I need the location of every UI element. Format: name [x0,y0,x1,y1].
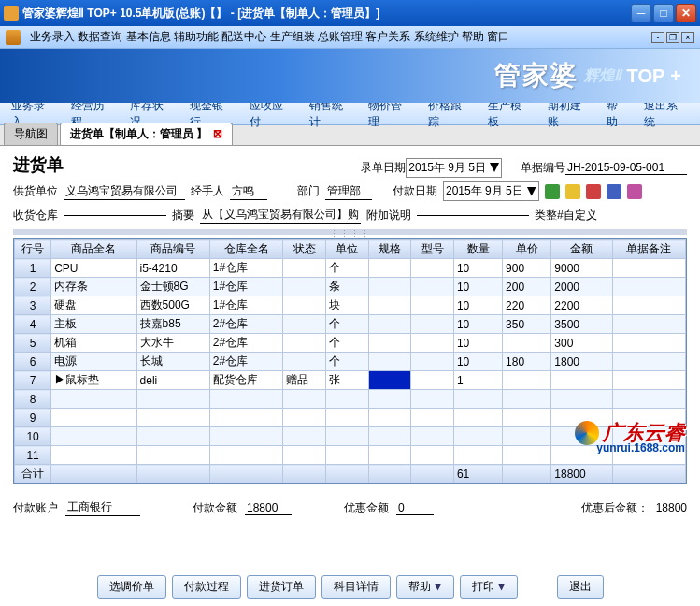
action-icon-4[interactable] [607,184,621,199]
chevron-down-icon [527,187,536,196]
menu-窗口[interactable]: 窗口 [487,30,509,43]
menu-数据查询[interactable]: 数据查询 [78,30,122,43]
summary-field[interactable]: 从【义乌鸿宝贸易有限公司】购 [200,207,361,224]
summary-label: 摘要 [172,208,194,224]
payacct-field[interactable]: 工商银行 [65,499,140,516]
discount-field[interactable]: 0 [396,501,434,515]
table-row[interactable]: 8 [15,390,686,409]
footer-form: 付款账户 工商银行 付款金额 18800 优惠金额 0 优惠后金额： 18800 [0,492,700,524]
tab-进货单【制单人：管理员 】[interactable]: 进货单【制单人：管理员 】⊠ [60,123,233,145]
col-header[interactable]: 商品编号 [136,240,209,259]
menu-配送中心[interactable]: 配送中心 [221,30,266,43]
mdi-close[interactable]: × [681,32,694,43]
payamt-label: 付款金额 [193,500,237,516]
menubar-icon [6,30,21,45]
titlebar: 管家婆辉煌Ⅱ TOP+ 10.5单机版(总账)【】 - [进货单【制单人：管理员… [0,0,700,26]
menu-业务录入[interactable]: 业务录入 [30,30,75,43]
menu-生产组装[interactable]: 生产组装 [270,30,315,43]
col-header[interactable]: 单据备注 [612,240,685,259]
table-row[interactable]: 4主板技嘉b852#仓库个103503500 [15,315,686,334]
menu-辅助功能[interactable]: 辅助功能 [174,30,219,43]
col-header[interactable]: 商品全名 [51,240,136,259]
table-row[interactable]: 2内存条金士顿8G1#仓库条102002000 [15,278,686,296]
supplier-field[interactable]: 义乌鸿宝贸易有限公司 [64,183,185,200]
purchase-order-button[interactable]: 进货订单 [247,575,316,599]
menu-客户关系[interactable]: 客户关系 [365,30,410,43]
table-row[interactable]: 5机箱大水牛2#仓库个10300 [15,334,686,353]
col-header[interactable]: 仓库全名 [209,240,282,259]
maximize-button[interactable]: □ [653,4,674,22]
help-button[interactable]: 帮助 [396,575,454,599]
paydate-label: 付款日期 [393,183,437,199]
col-header[interactable]: 型号 [411,240,454,259]
grid[interactable]: 行号商品全名商品编号仓库全名状态单位规格型号数量单价金额单据备注1CPUi5-4… [13,238,687,484]
table-row[interactable]: 7▶鼠标垫deli配货仓库赠品张1 [15,371,686,390]
dept-field[interactable]: 管理部 [325,183,372,200]
drag-handle[interactable]: ⋮⋮⋮⋮ [13,229,687,235]
payamt-field[interactable]: 18800 [245,501,292,515]
docno-field[interactable]: JH-2015-09-05-001 [565,161,687,175]
paydate-field[interactable]: 2015年 9月 5日 [443,181,539,201]
total-row: 合计6118800 [15,465,686,483]
menu-基本信息[interactable]: 基本信息 [126,30,171,43]
detail-button[interactable]: 科目详情 [321,575,391,599]
doc-title: 进货单 [13,153,64,176]
col-header[interactable]: 单位 [325,240,368,259]
tab-close-icon[interactable]: ⊠ [213,127,222,140]
supplier-label: 供货单位 [13,183,58,199]
table-row[interactable]: 9 [15,409,686,427]
minimize-button[interactable]: ─ [631,4,651,22]
note-label: 附加说明 [366,208,411,224]
table-row[interactable]: 10 [15,427,686,446]
mdi-minimize[interactable]: - [651,32,664,43]
dept-label: 部门 [297,183,320,199]
table-row[interactable]: 11 [15,446,686,465]
afterdisc-value: 18800 [656,501,687,514]
close-button[interactable]: ✕ [676,4,696,22]
select-price-button[interactable]: 选调价单 [97,575,166,599]
warehouse-label: 收货仓库 [13,208,58,224]
entry-date-field[interactable]: 2015年 9月 5日 [406,158,502,178]
payacct-label: 付款账户 [13,500,58,516]
action-icon-1[interactable] [545,184,560,199]
note-field[interactable] [417,215,529,216]
menu-系统维护[interactable]: 系统维护 [414,30,459,43]
tab-导航图[interactable]: 导航图 [4,123,58,145]
exit-button[interactable]: 退出 [557,575,604,599]
action-icon-2[interactable] [565,184,580,199]
app-icon [4,6,19,21]
table-row[interactable]: 6电源长城2#仓库个101801800 [15,353,686,371]
window-title: 管家婆辉煌Ⅱ TOP+ 10.5单机版(总账)【】 - [进货单【制单人：管理员… [22,6,631,22]
brand-sub: 辉煌Ⅱ [584,66,621,86]
brand-plus: + [670,65,681,87]
afterdisc-label: 优惠后金额： [581,500,649,516]
pay-process-button[interactable]: 付款过程 [172,575,241,599]
discount-label: 优惠金额 [344,500,389,516]
menu-帮助[interactable]: 帮助 [462,30,484,43]
chevron-down-icon [435,584,442,591]
chevron-down-icon [490,163,499,172]
menubar: 业务录入 数据查询 基本信息 辅助功能 配送中心 生产组装 总账管理 客户关系 … [0,26,700,49]
row-marker-icon: ▶ [54,373,65,386]
table-row[interactable]: 3硬盘西数500G1#仓库块102202200 [15,296,686,315]
handler-label: 经手人 [191,183,224,199]
document-area: 进货单 录单日期 2015年 9月 5日 单据编号 JH-2015-09-05-… [0,146,700,492]
brand-top: TOP [627,65,665,87]
col-header[interactable]: 单价 [503,240,551,259]
col-header[interactable]: 金额 [551,240,612,259]
action-icon-5[interactable] [627,184,642,199]
print-button[interactable]: 打印 [460,575,518,599]
col-header[interactable]: 状态 [283,240,326,259]
mdi-restore[interactable]: ❐ [666,32,679,43]
col-header[interactable]: 数量 [453,240,502,259]
action-icon-3[interactable] [586,184,601,199]
menu-总账管理[interactable]: 总账管理 [318,30,363,43]
col-header[interactable]: 规格 [368,240,411,259]
chevron-down-icon [498,584,506,591]
col-header[interactable]: 行号 [15,240,51,259]
button-bar: 选调价单 付款过程 进货订单 科目详情 帮助 打印 退出 [0,575,700,599]
table-row[interactable]: 1CPUi5-42101#仓库个109009000 [15,259,686,278]
brand-name: 管家婆 [494,58,579,94]
handler-field[interactable]: 方鸣 [230,183,267,200]
warehouse-field[interactable] [64,215,166,216]
